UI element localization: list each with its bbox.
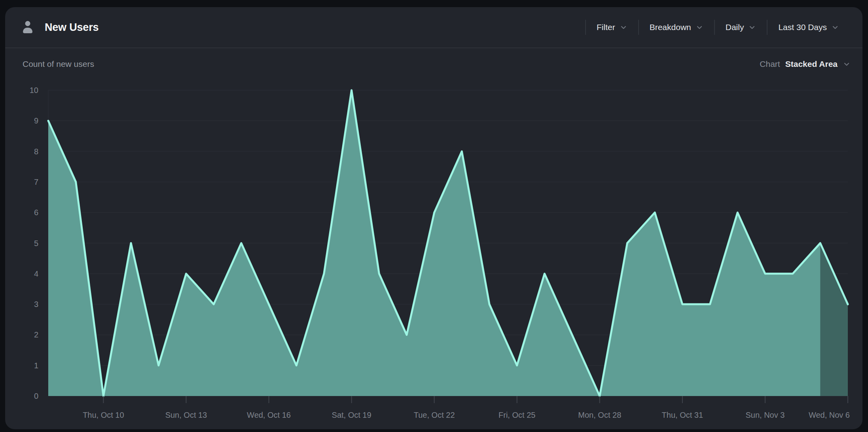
new-users-card: New Users Filter Breakdown Daily [5,7,862,429]
chevron-down-icon [696,23,703,31]
card-header-left: New Users [23,21,99,34]
chart-subheader: Count of new users Chart Stacked Area [5,49,862,79]
chart-type-dropdown[interactable]: Chart Stacked Area [760,59,851,69]
page: New Users Filter Breakdown Daily [0,0,868,432]
chart-type-label: Chart [760,59,780,69]
interval-dropdown-label: Daily [726,23,744,32]
metric-label: Count of new users [23,59,94,69]
chevron-down-icon [620,23,627,31]
user-icon-torso [23,28,32,33]
chevron-down-icon [748,23,756,31]
interval-dropdown[interactable]: Daily [715,15,767,39]
date-range-dropdown[interactable]: Last 30 Days [768,15,850,39]
chevron-down-icon [831,23,839,31]
card-header: New Users Filter Breakdown Daily [5,7,862,48]
chart-type-value: Stacked Area [785,59,838,69]
breakdown-dropdown[interactable]: Breakdown [639,15,714,39]
user-icon [23,21,33,34]
header-controls: Filter Breakdown Daily Last 30 Days [585,15,850,39]
filter-dropdown-label: Filter [597,23,615,32]
date-range-dropdown-label: Last 30 Days [778,23,827,32]
chevron-down-icon [843,60,851,68]
filter-dropdown[interactable]: Filter [586,15,638,39]
breakdown-dropdown-label: Breakdown [650,23,691,32]
user-icon-head [25,21,30,26]
page-title: New Users [45,21,99,34]
